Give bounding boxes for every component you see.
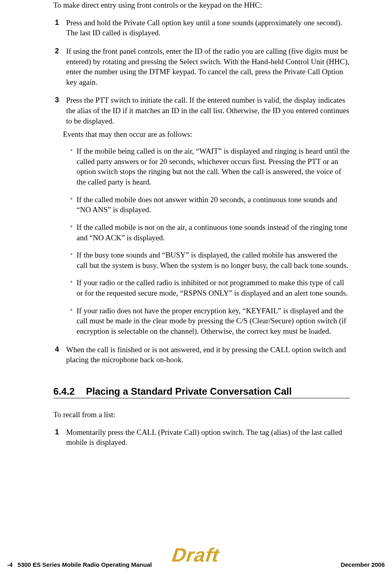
event-item: If your radio or the called radio is inh… — [70, 278, 350, 298]
step-number: 1 — [55, 427, 59, 437]
section-6-4-2: 6.4.2Placing a Standard Private Conversa… — [53, 386, 350, 448]
event-item: If the busy tone sounds and “BUSY” is di… — [70, 250, 350, 270]
step-text: When the call is finished or is not answ… — [66, 345, 346, 364]
section-intro: To recall from a list: — [53, 410, 350, 420]
draft-watermark: Draft — [169, 544, 223, 566]
page-number: -4 — [7, 561, 12, 568]
page-content: To make direct entry using front control… — [53, 0, 350, 456]
footer-left: -4 5300 ES Series Mobile Radio Operating… — [7, 561, 152, 568]
section-number: 6.4.2 — [53, 386, 75, 397]
main-steps: 1 Press and hold the Private Call option… — [53, 18, 350, 365]
step-number: 1 — [55, 18, 59, 27]
footer-right: December 2006 — [341, 561, 385, 568]
manual-title: 5300 ES Series Mobile Radio Operating Ma… — [18, 561, 152, 568]
section-title: Placing a Standard Private Conversation … — [86, 386, 292, 397]
event-item: If the mobile being called is on the air… — [70, 146, 350, 187]
intro-text: To make direct entry using front control… — [53, 0, 350, 10]
section-rule — [53, 398, 350, 398]
section-steps: 1 Momentarily press the CALL (Private Ca… — [53, 427, 350, 448]
step-3: 3 Press the PTT switch to initiate the c… — [53, 95, 350, 336]
events-intro: Events that may then occur are as follow… — [63, 129, 350, 140]
event-item: If the called mobile does not answer wit… — [70, 195, 350, 215]
step-4: 4 When the call is finished or is not an… — [53, 345, 350, 365]
event-item: If the called mobile is not on the air, … — [70, 222, 350, 243]
step-number: 2 — [55, 46, 59, 56]
step-2: 2 If using the front panel controls, ent… — [53, 46, 350, 87]
step-text: Press the PTT switch to initiate the cal… — [66, 96, 349, 125]
step-1: 1 Press and hold the Private Call option… — [53, 18, 350, 38]
step-number: 4 — [55, 345, 59, 354]
step-text: If using the front panel controls, enter… — [66, 47, 349, 86]
section-heading: 6.4.2Placing a Standard Private Conversa… — [53, 386, 350, 397]
event-item: If your radio does not have the proper e… — [70, 306, 350, 337]
section-step-1: 1 Momentarily press the CALL (Private Ca… — [53, 427, 350, 448]
step-text: Momentarily press the CALL (Private Call… — [66, 428, 342, 447]
step-number: 3 — [55, 95, 59, 105]
events-list: If the mobile being called is on the air… — [66, 146, 350, 337]
step-text: Press and hold the Private Call option k… — [66, 18, 342, 37]
